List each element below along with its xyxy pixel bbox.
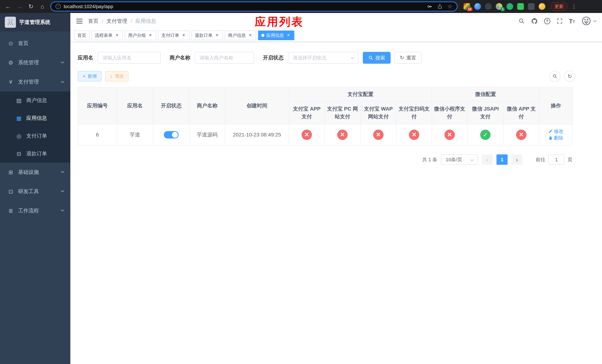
goto-page-input[interactable] xyxy=(548,154,565,165)
reset-button[interactable]: ↻ 重置 xyxy=(394,52,421,64)
reload-icon[interactable]: ↻ xyxy=(26,1,36,11)
col-header-alipay-wap: 支付宝 WAP 网站支付 xyxy=(360,101,396,124)
extension-icon-face[interactable] xyxy=(539,3,545,10)
wx-jsapi-status-icon xyxy=(480,130,491,140)
col-header-wx-app: 微信 APP 支付 xyxy=(503,101,539,124)
forward-icon[interactable]: → xyxy=(14,1,24,11)
edit-link[interactable]: 修改 xyxy=(548,128,563,135)
close-icon[interactable]: × xyxy=(286,33,291,38)
sidebar-menu: ⊙ 首页 ⚙ 系统管理 ¥ 支付管理 ▤ 商户信息 xyxy=(0,34,70,220)
close-icon[interactable]: × xyxy=(248,33,253,38)
tags-view-bar: 首页 流程表单 × 用户分组 × 支付订单 × 退款订单 × xyxy=(70,29,602,42)
extension-icon-green-circle[interactable] xyxy=(506,3,513,10)
sidebar-item-payment[interactable]: ¥ 支付管理 xyxy=(0,72,70,91)
status-toggle[interactable] xyxy=(164,131,179,139)
sidebar-item-refund-order[interactable]: ⊟ 退款订单 xyxy=(0,145,70,162)
alipay-pc-status-icon xyxy=(337,130,348,140)
sidebar-item-system[interactable]: ⚙ 系统管理 xyxy=(0,53,70,72)
share-icon[interactable] xyxy=(437,4,443,9)
tab-merchant-info[interactable]: 商户信息 × xyxy=(225,31,256,40)
add-button[interactable]: + 新增 xyxy=(78,71,101,81)
refresh-table-button[interactable]: ↻ xyxy=(564,71,575,82)
app-logo[interactable]: 🐰 芋道管理系统 xyxy=(0,13,70,32)
tab-app-info[interactable]: 应用信息 × xyxy=(258,31,294,40)
sidebar-item-app-info[interactable]: ▦ 应用信息 xyxy=(0,109,70,127)
tab-label: 退款订单 xyxy=(195,32,213,38)
breadcrumb-item[interactable]: 首页 xyxy=(88,18,98,25)
status-select[interactable] xyxy=(288,52,358,64)
close-icon[interactable]: × xyxy=(214,33,220,38)
url-bar[interactable]: i localhost:1024/pay/app ☆ xyxy=(50,1,458,11)
browser-update-button[interactable]: 更新 xyxy=(550,2,568,11)
close-icon[interactable]: × xyxy=(148,33,153,38)
user-avatar-menu[interactable]: 😜 xyxy=(581,16,596,26)
browser-toolbar: ← → ↻ ⌂ i localhost:1024/pay/app ☆ 10 xyxy=(0,0,602,13)
extension-icon-dark[interactable] xyxy=(485,3,492,10)
browser-menu-icon[interactable]: ⋮ xyxy=(569,3,579,10)
sidebar-item-label: 基础设施 xyxy=(18,169,61,176)
alipay-wap-status-icon xyxy=(373,130,384,140)
app-name-label: 应用名 xyxy=(78,54,93,61)
status-select-input[interactable] xyxy=(288,52,358,64)
search-icon[interactable] xyxy=(518,18,525,24)
puzzle-extensions-icon[interactable] xyxy=(528,3,535,10)
screen: ← → ↻ ⌂ i localhost:1024/pay/app ☆ 10 xyxy=(0,0,602,364)
col-header-alipay-pc: 支付宝 PC 网站支付 xyxy=(324,101,360,124)
search-button[interactable]: 搜索 xyxy=(363,52,391,64)
tab-process-form[interactable]: 流程表单 × xyxy=(91,31,123,40)
sidebar-item-pay-order[interactable]: ◎ 支付订单 xyxy=(0,127,70,145)
sidebar-item-merchant-info[interactable]: ▤ 商户信息 xyxy=(0,91,70,109)
chevron-down-icon xyxy=(61,208,64,212)
font-size-icon[interactable]: TT xyxy=(569,18,575,24)
url-text: localhost:1024/pay/app xyxy=(64,4,424,10)
page-size-select[interactable] xyxy=(441,154,478,165)
page-size-input[interactable] xyxy=(441,154,478,165)
home-icon[interactable]: ⌂ xyxy=(37,1,47,11)
help-icon[interactable]: ? xyxy=(544,18,550,24)
page-number-button[interactable]: 1 xyxy=(496,154,508,165)
avatar: 😜 xyxy=(581,16,591,26)
chevron-down-icon xyxy=(61,189,64,193)
site-info-icon[interactable]: i xyxy=(55,4,61,9)
toggle-search-button[interactable] xyxy=(549,71,560,82)
chevron-down-icon xyxy=(61,170,64,173)
password-key-icon[interactable] xyxy=(427,4,432,9)
extensions-row: 10 1 xyxy=(463,3,545,10)
app-name-input[interactable] xyxy=(98,52,161,64)
tab-user-group[interactable]: 用户分组 × xyxy=(125,31,156,40)
breadcrumb-item[interactable]: 支付管理 xyxy=(107,18,127,25)
sidebar: 🐰 芋道管理系统 ⊙ 首页 ⚙ 系统管理 ¥ 支付管理 xyxy=(0,13,70,364)
next-page-button[interactable]: › xyxy=(511,154,522,165)
sidebar-item-home[interactable]: ⊙ 首页 xyxy=(0,34,70,53)
github-icon[interactable] xyxy=(531,18,538,24)
sidebar-item-dev-tools[interactable]: ⊡ 研发工具 xyxy=(0,182,70,201)
delete-link[interactable]: 删除 xyxy=(548,135,563,141)
col-header-created: 创建时间 xyxy=(225,87,289,124)
sidebar-item-label: 商户信息 xyxy=(26,97,64,104)
tab-pay-order[interactable]: 支付订单 × xyxy=(158,31,190,40)
fullscreen-icon[interactable] xyxy=(557,18,563,24)
pagination: 共 1 条 ‹ 1 › 前往 页 xyxy=(78,154,572,165)
close-icon[interactable]: × xyxy=(181,33,186,38)
extension-icon-multicolor[interactable]: 1 xyxy=(496,3,502,10)
export-button[interactable]: ↓ 导出 xyxy=(105,71,129,81)
back-icon[interactable]: ← xyxy=(3,1,13,11)
extension-icon-blue-drop[interactable] xyxy=(474,3,481,10)
prev-page-button[interactable]: ‹ xyxy=(482,154,493,165)
sidebar-item-infrastructure[interactable]: ⊞ 基础设施 xyxy=(0,162,70,182)
delete-link-label: 删除 xyxy=(554,135,563,141)
infrastructure-icon: ⊞ xyxy=(7,169,14,175)
bookmark-star-icon[interactable]: ☆ xyxy=(447,4,452,9)
sidebar-fold-icon[interactable] xyxy=(76,19,83,23)
extension-icon-colorful[interactable]: 10 xyxy=(463,3,470,10)
close-icon[interactable]: × xyxy=(114,33,119,38)
sidebar-item-label: 退款订单 xyxy=(26,150,64,157)
tab-refund-order[interactable]: 退款订单 × xyxy=(191,31,223,40)
col-header-alipay-scan: 支付宝扫码支付 xyxy=(396,101,432,124)
cell-alipay-pc xyxy=(324,124,360,145)
tab-home[interactable]: 首页 xyxy=(74,31,90,40)
merchant-name-input[interactable] xyxy=(195,52,254,64)
sidebar-item-workflow[interactable]: ≣ 工作流程 xyxy=(0,201,70,220)
extension-icon-green-chat[interactable] xyxy=(517,3,524,10)
col-header-id: 应用编号 xyxy=(78,87,117,124)
